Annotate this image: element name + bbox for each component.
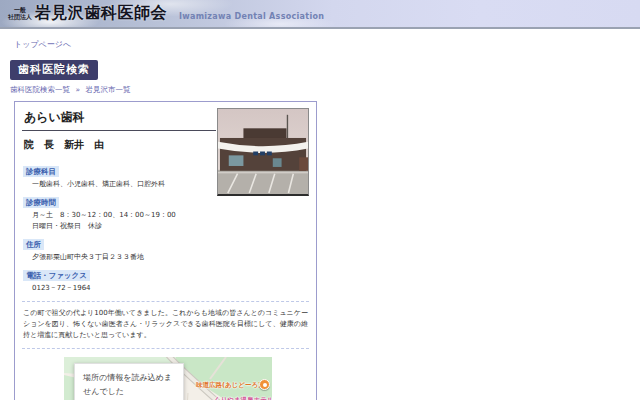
clinic-building-illustration bbox=[218, 109, 308, 194]
org-type-line2: 社団法人 bbox=[8, 14, 32, 21]
field-label-hours: 診療時間 bbox=[23, 197, 59, 208]
clinic-director: 院 長 新井 由 bbox=[24, 138, 222, 152]
map-embed[interactable]: 味道広路(あじどーろ) くりやま温泉ホテル パラダイスヒルズ 栗山 中央 栗山町… bbox=[64, 357, 272, 400]
clinic-building-photo bbox=[217, 108, 309, 196]
clinic-name: あらい歯科 bbox=[22, 108, 216, 131]
breadcrumb-separator: » bbox=[75, 85, 80, 94]
field-hours: 診療時間 月～土 8：30～12：00、14：00～19：00 日曜日・祝祭日 … bbox=[22, 190, 222, 232]
divider bbox=[22, 301, 309, 302]
top-page-link[interactable]: トップページへ bbox=[14, 39, 71, 50]
clinic-info: あらい歯科 院 長 新井 由 診療科目 一般歯科、小児歯科、矯正歯科、口腔外科 … bbox=[22, 108, 222, 294]
divider bbox=[22, 348, 309, 349]
field-label-address: 住所 bbox=[23, 239, 44, 250]
field-value-hours-weekday: 月～土 8：30～12：00、14：00～19：00 bbox=[32, 210, 222, 221]
breadcrumb-link-iwamizawa-list[interactable]: 岩見沢市一覧 bbox=[85, 85, 130, 94]
field-value-address: 夕張郡栗山町中央３丁目２３３番地 bbox=[32, 252, 222, 263]
site-header: 一般 社団法人 岩見沢歯科医師会 Iwamizawa Dental Associ… bbox=[0, 0, 640, 29]
field-label-phone-fax: 電話・ファックス bbox=[23, 270, 90, 281]
clinic-card: あらい歯科 院 長 新井 由 診療科目 一般歯科、小児歯科、矯正歯科、口腔外科 … bbox=[14, 101, 317, 400]
map-label-restaurant: 味道広路(あじどーろ) bbox=[196, 381, 261, 390]
breadcrumb: 歯科医院検索一覧 » 岩見沢市一覧 bbox=[10, 85, 640, 95]
field-value-departments: 一般歯科、小児歯科、矯正歯科、口腔外科 bbox=[32, 179, 222, 190]
field-label-departments: 診療科目 bbox=[23, 166, 59, 177]
field-address: 住所 夕張郡栗山町中央３丁目２３３番地 bbox=[22, 232, 222, 263]
field-phone-fax: 電話・ファックス 0123－72－1964 bbox=[22, 263, 222, 294]
page-title-badge: 歯科医院検索 bbox=[10, 60, 98, 80]
page: 一般 社団法人 岩見沢歯科医師会 Iwamizawa Dental Associ… bbox=[0, 0, 640, 400]
field-departments: 診療科目 一般歯科、小児歯科、矯正歯科、口腔外科 bbox=[22, 159, 222, 190]
restaurant-poi-icon[interactable] bbox=[259, 379, 270, 390]
field-value-hours-holiday: 日曜日・祝祭日 休診 bbox=[32, 221, 222, 232]
site-name-english: Iwamizawa Dental Association bbox=[179, 12, 324, 21]
clinic-description: この町で祖父の代より100年働いてきました。これからも地域の皆さんとのコミュニケ… bbox=[23, 308, 308, 341]
site-logo[interactable]: 岩見沢歯科医師会 bbox=[35, 3, 167, 24]
field-value-phone-fax: 0123－72－1964 bbox=[32, 283, 222, 294]
map-error-message: 場所の情報を読み込めませんでした bbox=[74, 363, 184, 400]
map-label-hotel-line1: くりやま温泉ホテル bbox=[214, 396, 272, 400]
org-type-label: 一般 社団法人 bbox=[8, 7, 32, 21]
breadcrumb-link-clinic-search-list[interactable]: 歯科医院検索一覧 bbox=[10, 85, 70, 94]
